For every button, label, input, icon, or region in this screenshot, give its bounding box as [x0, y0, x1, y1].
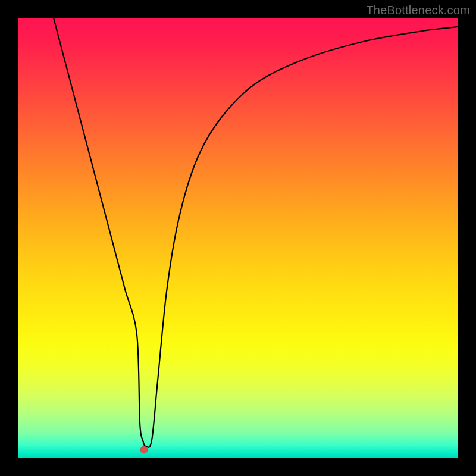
optimal-point-marker [140, 446, 148, 453]
plot-area [18, 18, 458, 458]
bottleneck-chart: TheBottleneck.com [0, 0, 476, 476]
bottleneck-curve [54, 18, 458, 447]
curve-svg [18, 18, 458, 458]
watermark-text: TheBottleneck.com [366, 4, 470, 17]
